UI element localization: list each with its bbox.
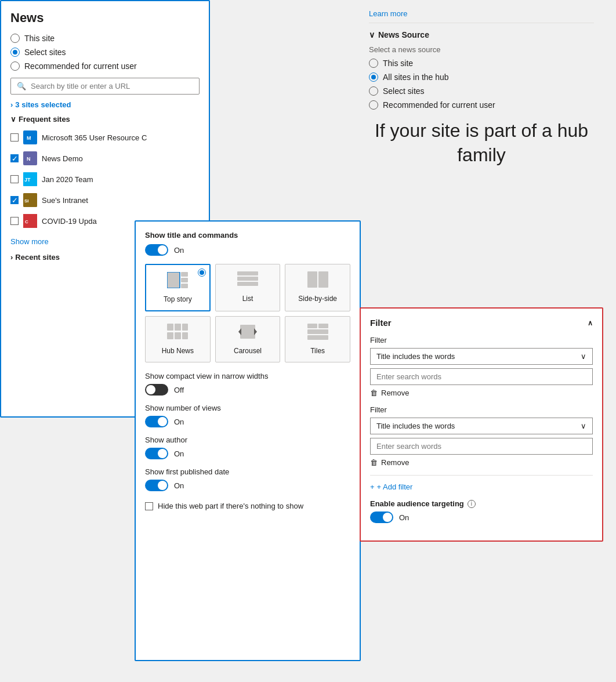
author-toggle[interactable] [145, 448, 168, 459]
filter-select-value-1: Title includes the words [376, 352, 455, 361]
site-name-sues-intranet: Sue's Intranet [42, 196, 88, 205]
source-recommended[interactable]: Recommended for current user [369, 100, 594, 110]
svg-rect-31 [307, 329, 328, 334]
chevron-down-filter-1: ∨ [581, 352, 586, 361]
site-checkbox-m365[interactable] [10, 133, 19, 142]
frequent-sites-header[interactable]: ∨ Frequent sites [10, 115, 200, 124]
site-item-sues-intranet[interactable]: ✓ SI Sue's Intranet [10, 191, 200, 209]
published-section: Show first published date On [145, 467, 350, 491]
site-name-covid: COVID-19 Upda [42, 217, 97, 226]
compact-view-label: Show compact view in narrow widths [145, 372, 350, 380]
filter-title: Filter [370, 318, 392, 328]
site-checkbox-sues-intranet[interactable]: ✓ [10, 196, 19, 204]
filter-panel: Filter ∧ Filter Title includes the words… [360, 307, 603, 542]
audience-toggle[interactable] [370, 512, 393, 523]
svg-text:N: N [27, 156, 31, 162]
hide-webpart-row[interactable]: Hide this web part if there's nothing to… [145, 499, 350, 513]
search-icon: 🔍 [17, 82, 26, 90]
tiles-icon [307, 324, 328, 343]
site-search-box[interactable]: 🔍 [10, 78, 200, 95]
published-toggle[interactable] [145, 480, 168, 491]
compact-view-toggle[interactable] [145, 384, 168, 396]
sites-count-button[interactable]: › 3 sites selected [10, 100, 200, 109]
audience-toggle-label: On [399, 513, 409, 522]
source-all-hub[interactable]: All sites in the hub [369, 72, 594, 82]
filter-label-2: Filter [370, 405, 593, 414]
select-source-label: Select a news source [369, 45, 594, 54]
top-story-selected-indicator [198, 269, 206, 277]
radio-select-sites[interactable]: Select sites [10, 48, 200, 57]
filter-remove-2[interactable]: 🗑 Remove [370, 458, 593, 467]
source-circle-recommended [369, 100, 378, 110]
source-select-sites[interactable]: Select sites [369, 86, 594, 96]
published-label: Show first published date [145, 467, 350, 476]
layout-hub-news[interactable]: Hub News [145, 316, 211, 362]
views-section: Show number of views On [145, 404, 350, 427]
author-section: Show author On [145, 436, 350, 459]
site-item-news-demo[interactable]: ✓ N News Demo [10, 149, 200, 168]
collapse-icon[interactable]: ∧ [588, 319, 593, 327]
svg-rect-22 [182, 324, 188, 331]
svg-rect-21 [175, 324, 181, 331]
svg-text:M: M [27, 135, 31, 141]
filter-input-2[interactable] [370, 438, 593, 455]
svg-text:C: C [25, 219, 28, 224]
source-this-site[interactable]: This site [369, 59, 594, 68]
svg-marker-28 [254, 328, 257, 335]
divider-1 [369, 23, 594, 23]
svg-rect-24 [175, 332, 181, 339]
layout-list[interactable]: List [215, 264, 281, 311]
radio-recommended[interactable]: Recommended for current user [10, 61, 200, 71]
svg-rect-19 [318, 271, 328, 288]
chevron-right-icon-recent: › [10, 253, 13, 262]
site-search-input[interactable] [31, 82, 193, 90]
chevron-right-icon: › [10, 100, 13, 109]
radio-label-recommended: Recommended for current user [24, 61, 137, 71]
add-filter-label: + Add filter [377, 483, 413, 491]
radio-circle-select-sites [10, 48, 20, 57]
radio-this-site[interactable]: This site [10, 34, 200, 43]
filter-remove-1[interactable]: 🗑 Remove [370, 389, 593, 397]
layout-side-by-side[interactable]: Side-by-side [285, 264, 350, 311]
info-icon-audience[interactable]: i [468, 500, 476, 508]
site-icon-news-demo: N [23, 151, 37, 165]
show-title-toggle[interactable] [145, 244, 168, 256]
author-toggle-label: On [174, 449, 184, 458]
source-label-this-site: This site [383, 59, 413, 68]
sites-count-label: 3 sites selected [15, 100, 71, 109]
filter-input-1[interactable] [370, 368, 593, 385]
add-filter-button[interactable]: + + Add filter [370, 483, 593, 491]
published-toggle-label: On [174, 481, 184, 490]
filter-block-2: Filter Title includes the words ∨ 🗑 Remo… [370, 405, 593, 467]
filter-select-value-2: Title includes the words [376, 422, 455, 430]
audience-toggle-row: On [370, 512, 593, 523]
hide-webpart-checkbox[interactable] [145, 502, 153, 510]
filter-select-1[interactable]: Title includes the words ∨ [370, 348, 593, 365]
svg-text:JT: JT [24, 177, 31, 183]
site-checkbox-jan-team[interactable] [10, 175, 19, 183]
layout-top-story[interactable]: Top story [145, 264, 211, 311]
news-panel-title: News [10, 10, 200, 26]
site-checkbox-covid[interactable] [10, 217, 19, 225]
filter-select-2[interactable]: Title includes the words ∨ [370, 418, 593, 434]
list-label: List [242, 295, 253, 303]
radio-circle-this-site [10, 34, 20, 43]
site-item-m365[interactable]: M Microsoft 365 User Resource C [10, 128, 200, 147]
source-label-select-sites: Select sites [383, 86, 425, 96]
remove-label-2: Remove [381, 458, 409, 467]
site-checkbox-news-demo[interactable]: ✓ [10, 154, 19, 162]
source-label-recommended: Recommended for current user [383, 100, 495, 110]
news-source-header[interactable]: ∨ News Source [369, 30, 594, 39]
list-icon [237, 271, 258, 291]
source-circle-all-hub [369, 72, 378, 82]
chevron-down-icon-source: ∨ [369, 30, 375, 39]
layout-carousel[interactable]: Carousel [215, 316, 281, 362]
layout-tiles[interactable]: Tiles [285, 316, 350, 362]
learn-more-link[interactable]: Learn more [369, 9, 594, 18]
views-toggle[interactable] [145, 416, 168, 427]
hub-news-label: Hub News [162, 347, 194, 355]
svg-rect-17 [237, 282, 258, 286]
svg-rect-15 [237, 271, 258, 275]
site-item-jan-team[interactable]: JT Jan 2020 Team [10, 170, 200, 188]
svg-rect-10 [167, 272, 180, 288]
